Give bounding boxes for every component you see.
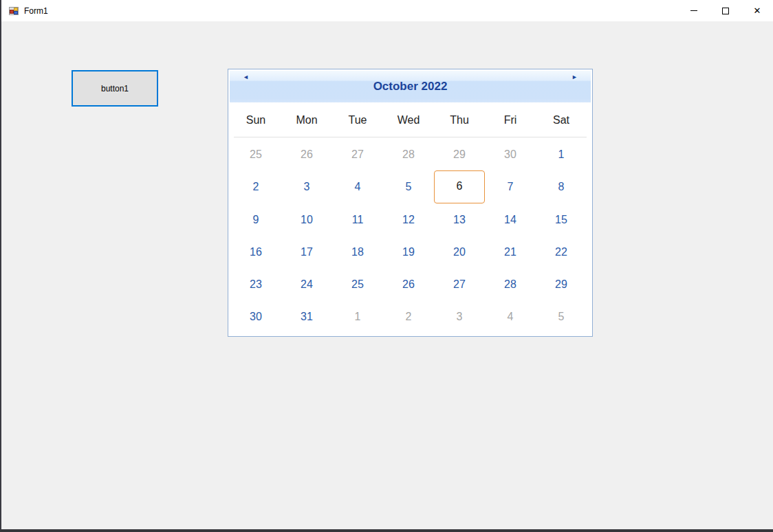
day-header-tue: Tue xyxy=(332,104,383,137)
day-header-separator xyxy=(234,137,587,137)
calendar-day[interactable]: 18 xyxy=(332,236,383,268)
screen-edge-left xyxy=(0,0,1,532)
calendar-day[interactable]: 2 xyxy=(230,170,281,203)
calendar-day[interactable]: 30 xyxy=(230,300,281,333)
day-header-sat: Sat xyxy=(536,104,587,137)
calendar-day[interactable]: 29 xyxy=(434,138,485,170)
calendar-day[interactable]: 31 xyxy=(281,300,332,333)
calendar-day[interactable]: 27 xyxy=(332,138,383,170)
calendar-day[interactable]: 5 xyxy=(383,170,434,203)
day-headers-row: SunMonTueWedThuFriSat xyxy=(229,104,587,137)
day-header-mon: Mon xyxy=(281,104,332,137)
calendar-day[interactable]: 9 xyxy=(230,203,281,236)
calendar-day[interactable]: 4 xyxy=(485,300,536,333)
next-month-arrow-icon[interactable]: ► xyxy=(571,73,578,81)
calendar-day[interactable]: 10 xyxy=(281,203,332,236)
calendar-day[interactable]: 13 xyxy=(434,203,485,236)
close-button[interactable]: ✕ xyxy=(741,0,773,21)
calendar-day[interactable]: 2 xyxy=(383,300,434,333)
calendar-day[interactable]: 24 xyxy=(281,268,332,300)
calendar-day[interactable]: 27 xyxy=(434,268,485,300)
calendar-day[interactable]: 28 xyxy=(485,268,536,300)
calendar-day[interactable]: 26 xyxy=(383,268,434,300)
calendar-day[interactable]: 29 xyxy=(536,268,587,300)
calendar-day[interactable]: 26 xyxy=(281,138,332,170)
calendar-day[interactable]: 22 xyxy=(536,236,587,268)
form-client-area: button1 ◄ October 2022 ► SunMonTueWedThu… xyxy=(0,21,773,532)
close-icon: ✕ xyxy=(754,6,761,15)
calendar-day[interactable]: 1 xyxy=(536,138,587,170)
calendar-day[interactable]: 16 xyxy=(230,236,281,268)
calendar-day[interactable]: 12 xyxy=(383,203,434,236)
calendar-day[interactable]: 28 xyxy=(383,138,434,170)
calendar-title[interactable]: October 2022 xyxy=(230,71,591,102)
calendar-day[interactable]: 3 xyxy=(434,300,485,333)
calendar-day[interactable]: 21 xyxy=(485,236,536,268)
calendar-header: ◄ October 2022 ► xyxy=(230,71,591,102)
day-header-thu: Thu xyxy=(434,104,485,137)
calendar-day[interactable]: 8 xyxy=(536,170,587,203)
maximize-button[interactable] xyxy=(710,0,741,21)
window-controls: ✕ xyxy=(678,0,773,21)
calendar-grid: 2526272829301234567891011121314151617181… xyxy=(229,138,587,333)
calendar-day[interactable]: 3 xyxy=(281,170,332,203)
minimize-icon xyxy=(690,10,697,11)
calendar-day[interactable]: 7 xyxy=(485,170,536,203)
form-icon xyxy=(8,5,19,16)
calendar-day[interactable]: 11 xyxy=(332,203,383,236)
maximize-icon xyxy=(722,8,729,14)
minimize-button[interactable] xyxy=(678,0,710,21)
screen-edge-bottom xyxy=(0,529,773,532)
calendar-day[interactable]: 14 xyxy=(485,203,536,236)
day-header-wed: Wed xyxy=(383,104,434,137)
calendar-day-today[interactable]: 6 xyxy=(434,170,485,203)
button1[interactable]: button1 xyxy=(72,70,158,107)
calendar-day[interactable]: 30 xyxy=(485,138,536,170)
calendar-day[interactable]: 4 xyxy=(332,170,383,203)
day-header-fri: Fri xyxy=(485,104,536,137)
titlebar: Form1 ✕ xyxy=(0,0,773,21)
calendar-day[interactable]: 20 xyxy=(434,236,485,268)
calendar-day[interactable]: 23 xyxy=(230,268,281,300)
calendar-day[interactable]: 5 xyxy=(536,300,587,333)
calendar-day[interactable]: 25 xyxy=(332,268,383,300)
calendar-day[interactable]: 25 xyxy=(230,138,281,170)
calendar-day[interactable]: 15 xyxy=(536,203,587,236)
calendar-day[interactable]: 17 xyxy=(281,236,332,268)
month-calendar: ◄ October 2022 ► SunMonTueWedThuFriSat 2… xyxy=(228,69,593,337)
day-header-sun: Sun xyxy=(230,104,281,137)
window-title: Form1 xyxy=(24,6,48,16)
calendar-day[interactable]: 1 xyxy=(332,300,383,333)
calendar-day[interactable]: 19 xyxy=(383,236,434,268)
